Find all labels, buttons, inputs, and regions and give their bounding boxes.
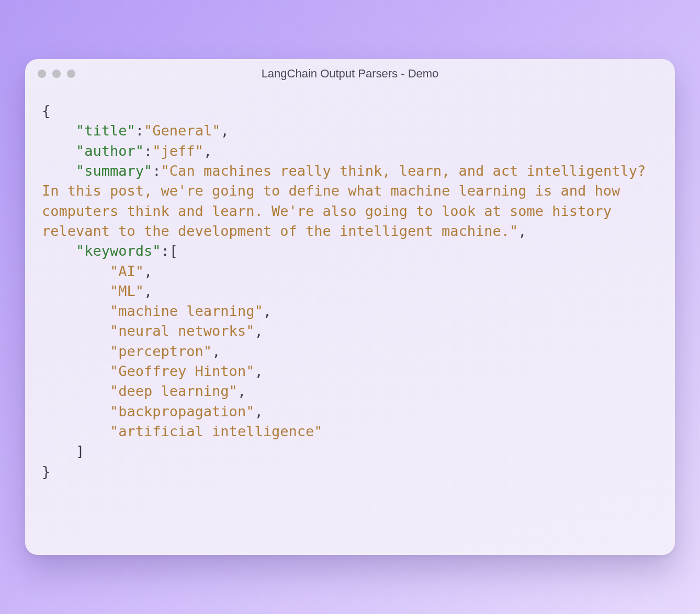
- indent: [42, 263, 110, 279]
- indent: [42, 403, 110, 419]
- colon: :: [161, 243, 170, 259]
- indent: [42, 363, 110, 379]
- close-icon[interactable]: [38, 70, 46, 78]
- comma: ,: [204, 143, 212, 159]
- indent: [42, 163, 76, 179]
- json-value-author: "jeff": [152, 143, 204, 159]
- json-key-title: "title": [76, 122, 136, 139]
- json-key-keywords: "keywords": [76, 243, 161, 259]
- json-keyword-item: "Geoffrey Hinton": [110, 363, 254, 379]
- traffic-lights: [38, 70, 75, 78]
- minimize-icon[interactable]: [52, 70, 61, 78]
- json-keyword-item: "perceptron": [110, 343, 212, 359]
- colon: :: [144, 143, 152, 159]
- code-block: { "title":"General", "author":"jeff", "s…: [25, 88, 675, 555]
- json-keyword-item: "AI": [110, 263, 144, 279]
- indent: [42, 243, 76, 259]
- comma: ,: [220, 122, 229, 139]
- comma: ,: [212, 343, 220, 359]
- comma: ,: [254, 323, 263, 339]
- zoom-icon[interactable]: [67, 70, 75, 78]
- comma: ,: [144, 263, 152, 279]
- indent: [42, 303, 110, 319]
- json-keyword-item: "machine learning": [110, 303, 263, 319]
- comma: ,: [254, 363, 263, 379]
- indent: [42, 443, 76, 459]
- comma: ,: [518, 223, 526, 239]
- comma: ,: [144, 283, 152, 299]
- comma: ,: [238, 383, 246, 399]
- json-key-author: "author": [76, 143, 144, 159]
- indent: [42, 143, 76, 159]
- bracket-open: [: [170, 243, 178, 259]
- indent: [42, 343, 110, 359]
- bracket-close: ]: [76, 443, 84, 459]
- indent: [42, 122, 76, 139]
- titlebar: LangChain Output Parsers - Demo: [25, 59, 675, 88]
- comma: ,: [263, 303, 272, 319]
- comma: ,: [254, 403, 263, 419]
- json-value-title: "General": [144, 122, 220, 139]
- indent: [42, 323, 110, 339]
- colon: :: [152, 163, 161, 179]
- json-keyword-item: "artificial intelligence": [110, 423, 322, 439]
- json-keyword-item: "deep learning": [110, 383, 238, 399]
- window: LangChain Output Parsers - Demo { "title…: [25, 59, 675, 555]
- json-keyword-item: "ML": [110, 283, 144, 299]
- json-keyword-item: "backpropagation": [110, 403, 254, 419]
- indent: [42, 423, 110, 439]
- brace-close: }: [42, 463, 50, 480]
- window-title: LangChain Output Parsers - Demo: [25, 67, 675, 81]
- json-keyword-item: "neural networks": [110, 323, 254, 339]
- json-key-summary: "summary": [76, 163, 152, 179]
- colon: :: [136, 122, 144, 139]
- indent: [42, 283, 110, 299]
- indent: [42, 383, 110, 399]
- brace-open: {: [42, 103, 50, 119]
